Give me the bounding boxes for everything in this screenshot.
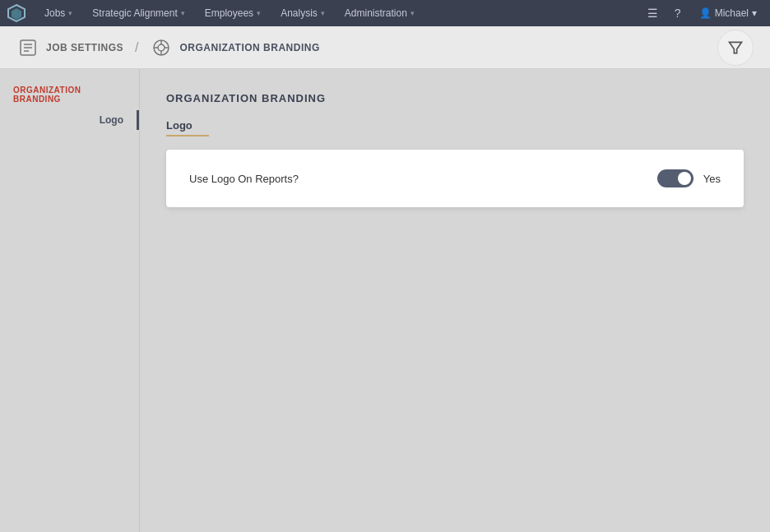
user-icon: 👤	[699, 7, 712, 19]
svg-marker-12	[730, 42, 742, 53]
breadcrumb-bar: JOB SETTINGS / ORGANIZATION BRANDING	[0, 26, 770, 69]
filter-button[interactable]	[717, 30, 754, 66]
chevron-down-icon: ▾	[752, 7, 757, 19]
page-content: ORGANIZATION BRANDING Logo Use Logo On R…	[140, 69, 770, 532]
svg-marker-1	[12, 8, 21, 20]
chevron-down-icon: ▾	[181, 9, 185, 17]
toggle-value: Yes	[703, 173, 721, 185]
app-logo[interactable]	[7, 3, 26, 23]
breadcrumb-separator: /	[135, 40, 138, 55]
nav-item-administration[interactable]: Administration ▾	[336, 4, 423, 22]
nav-left: Jobs ▾ Strategic Alignment ▾ Employees ▾…	[7, 3, 423, 23]
breadcrumb-parent[interactable]: JOB SETTINGS	[16, 36, 123, 59]
nav-item-strategic-alignment[interactable]: Strategic Alignment ▾	[84, 4, 192, 22]
chevron-down-icon: ▾	[321, 9, 325, 17]
top-navigation: Jobs ▾ Strategic Alignment ▾ Employees ▾…	[0, 0, 770, 26]
section-subtitle: Logo	[166, 119, 209, 136]
sidebar: ORGANIZATION BRANDING Logo	[0, 69, 140, 532]
page-title: ORGANIZATION BRANDING	[166, 92, 744, 104]
toggle-track[interactable]	[657, 169, 693, 187]
breadcrumb-current-label: ORGANIZATION BRANDING	[179, 42, 319, 53]
toggle-thumb	[678, 172, 691, 185]
user-menu[interactable]: 👤 Michael ▾	[693, 4, 763, 22]
logo-settings-card: Use Logo On Reports? Yes	[166, 150, 744, 207]
breadcrumb: JOB SETTINGS / ORGANIZATION BRANDING	[16, 36, 320, 59]
breadcrumb-current[interactable]: ORGANIZATION BRANDING	[150, 36, 319, 59]
chevron-down-icon: ▾	[411, 9, 415, 17]
use-logo-label: Use Logo On Reports?	[189, 173, 299, 185]
nav-item-jobs[interactable]: Jobs ▾	[36, 4, 81, 22]
nav-item-employees[interactable]: Employees ▾	[197, 4, 269, 22]
job-settings-icon	[16, 36, 39, 59]
help-icon[interactable]: ?	[670, 3, 686, 23]
nav-item-analysis[interactable]: Analysis ▾	[272, 4, 333, 22]
org-branding-icon	[150, 36, 173, 59]
svg-point-7	[158, 44, 165, 51]
toggle-group: Yes	[657, 169, 721, 187]
nav-right: ☰ ? 👤 Michael ▾	[642, 3, 763, 23]
sidebar-section-title: ORGANIZATION BRANDING	[0, 86, 139, 110]
menu-icon[interactable]: ☰	[642, 3, 663, 23]
chevron-down-icon: ▾	[68, 9, 72, 17]
use-logo-toggle[interactable]	[657, 169, 693, 187]
breadcrumb-parent-label: JOB SETTINGS	[46, 42, 123, 53]
chevron-down-icon: ▾	[257, 9, 261, 17]
main-content: ORGANIZATION BRANDING Logo ORGANIZATION …	[0, 69, 770, 532]
sidebar-item-logo[interactable]: Logo	[0, 110, 139, 130]
